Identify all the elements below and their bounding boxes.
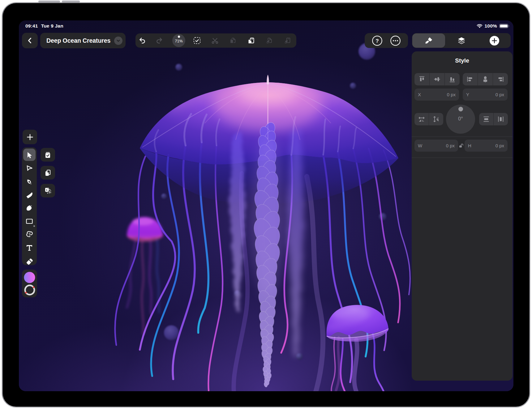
svg-text:?: ? [376,38,379,44]
